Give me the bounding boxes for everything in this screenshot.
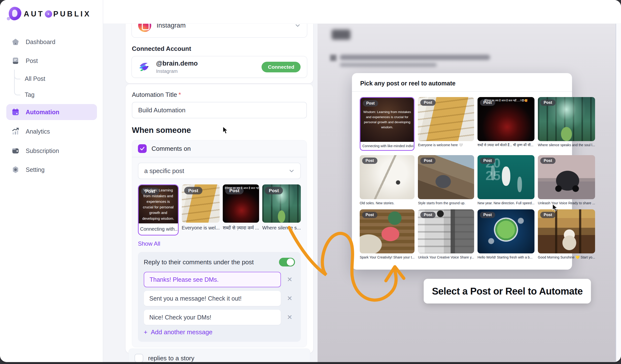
post-card[interactable]: Post Spark Your Creativity! Share your t… [360,209,414,259]
reply-panel: Reply to their comments under the post T… [138,252,301,342]
post-image: Post [360,209,414,253]
add-another-message-button[interactable]: + Add another message [144,328,295,336]
automation-title-input[interactable]: Build Automation [132,102,307,118]
post-card[interactable]: Post Style starts from the ground up. [418,155,474,205]
comments-on-header: Comments on [132,140,307,157]
chevron-down-icon [289,168,294,174]
app-logo: AUT✦PUBLIX [7,7,91,21]
comments-on-section: Comments on a specific post Post Wisdom:… [132,140,307,347]
post-type-badge: Post [265,187,283,194]
logo-icon [7,7,21,21]
calendar-icon [12,108,19,116]
sidebar-item-label: Setting [26,166,45,173]
post-caption: Unlock Your Creative Voice Share y... [418,255,474,259]
post-type-badge: Post [362,158,377,164]
reply-toggle-label: Reply to their comments under the post [144,258,279,266]
post-caption: Good Morning Sunshine 💛 Start yo... [538,255,595,259]
sidebar-item-dashboard[interactable]: Dashboard [6,34,97,50]
app-window: AUT✦PUBLIX Dashboard Post All Post Tag A… [0,0,621,362]
post-caption: New year. New direction. Full speed... [478,201,535,205]
connected-account-label: Connected Account [132,45,307,52]
post-card[interactable]: Post Old soles. New stories. [360,155,414,205]
blurred-bullet-icon [330,55,336,61]
account-info: @brain.demo Instagram [156,60,198,74]
reply-message-list: Thanks! Please see DMs. ✕ Sent you a mes… [144,272,295,325]
post-card[interactable]: Post Unleash Your Voice Ready to share .… [538,155,595,205]
post-image: Post [182,184,220,223]
sidebar-item-label: Subscription [26,147,59,154]
sidebar-item-tag[interactable]: Tag [6,87,97,103]
sidebar-item-label: Analytics [26,128,50,135]
post-image: Post हैसियत का क्या है आज है कल नहीं....… [223,184,259,223]
blurred-text-line [340,55,490,60]
post-card[interactable]: Post Good Morning Sunshine 💛 Start yo... [538,209,595,259]
post-image: Post [478,209,535,253]
replies-to-story-section: replies to a story [128,348,310,362]
logo-o-sparkle-icon: ✦ [45,10,52,18]
post-card[interactable]: Post हैसियत का क्या है आज है कल नहीं....… [223,184,259,231]
remove-message-button[interactable]: ✕ [284,276,295,284]
account-platform: Instagram [156,68,198,74]
post-card[interactable]: Post Where silence speaks and the soul l… [538,97,595,151]
post-caption: शब्दों से ज़्यादा कर्म ... [223,225,259,231]
post-picker-title: Pick any post or reel to automate [352,73,572,91]
home-icon [12,38,19,46]
reply-message-input[interactable]: Sent you a message! Check it out! [144,291,281,306]
reply-message-input[interactable]: Thanks! Please see DMs. [144,272,281,287]
callout-select-post: Select a Post or Reel to Automate [424,279,591,303]
show-all-link[interactable]: Show All [138,240,160,247]
required-asterisk: * [178,91,181,98]
comments-on-checkbox[interactable] [138,144,147,153]
sidebar-item-label: Post [26,57,38,64]
remove-message-button[interactable]: ✕ [284,313,295,321]
post-caption: Style starts from the ground up. [418,201,474,205]
sidebar-item-all-post[interactable]: All Post [6,71,97,87]
post-caption: Where silence s... [262,225,301,231]
when-someone-heading: When someone [132,126,307,135]
post-card[interactable]: Post Wisdom: Learning from mistakes and … [360,97,414,151]
reply-message-input[interactable]: Nice! Check your DMs! [144,310,281,325]
post-type-badge: Post [420,99,436,106]
replies-to-story-checkbox[interactable] [135,354,143,362]
post-type-badge: Post [540,158,555,164]
remove-message-button[interactable]: ✕ [284,295,295,302]
post-image: Post [418,97,474,141]
post-image: Post [360,155,414,199]
sidebar-item-subscription[interactable]: Subscription [6,143,97,159]
post-card[interactable]: Post New year. New direction. Full speed… [478,155,535,205]
post-image: Post Wisdom: Learning from mistakes and … [361,98,414,142]
replies-to-story-label: replies to a story [148,355,194,362]
analytics-chart-icon [12,127,19,135]
connected-account-card[interactable]: @brain.demo Instagram Connected [131,56,307,78]
post-card[interactable]: Post Everyone is welcome here 🤍 [418,97,474,151]
post-type-badge: Post [540,99,555,106]
post-image: Post [538,209,595,253]
post-card[interactable]: Post हैसियत का क्या है आज है कल नहीं....… [478,97,535,151]
post-card[interactable]: Post Everyone is wel... [182,184,220,231]
sidebar-item-label: Dashboard [26,38,55,46]
post-caption: Spark Your Creativity! Share your t... [360,255,414,259]
reply-toggle-switch[interactable] [279,258,295,267]
post-caption: Unleash Your Voice Ready to share ... [538,201,595,205]
main-area: Instagram Connected Account @brain.demo … [103,0,621,362]
post-overlay-quote: Wisdom: Learning from mistakes and exper… [139,185,178,223]
sidebar-item-post[interactable]: Post [6,53,97,69]
sidebar-item-analytics[interactable]: Analytics [6,124,97,139]
post-caption: शब्दों से ज़्यादा कर्म बोलते हैं... श्री… [478,143,535,147]
reply-message-row: Sent you a message! Check it out! ✕ [144,291,295,306]
post-type-badge: Post [480,212,495,218]
gear-icon [12,166,19,174]
post-card[interactable]: Post Hello World! Starting fresh with a … [478,209,535,259]
automation-builder-card: Automation Title* Build Automation When … [126,84,313,353]
mouse-cursor [222,126,229,135]
post-scope-dropdown[interactable]: a specific post [138,163,301,179]
post-type-badge: Post [420,158,436,164]
post-caption: Connecting with like-minded indivi... [361,142,414,150]
sidebar-item-setting[interactable]: Setting [6,162,97,178]
plus-icon: + [144,328,147,336]
post-card[interactable]: Post Wisdom: Learning from mistakes and … [138,184,179,236]
post-card[interactable]: Post Where silence s... [262,184,301,231]
post-card[interactable]: Post Unlock Your Creative Voice Share y.… [418,209,474,259]
sidebar-item-automation[interactable]: Automation [6,104,97,120]
book-icon [12,57,19,65]
